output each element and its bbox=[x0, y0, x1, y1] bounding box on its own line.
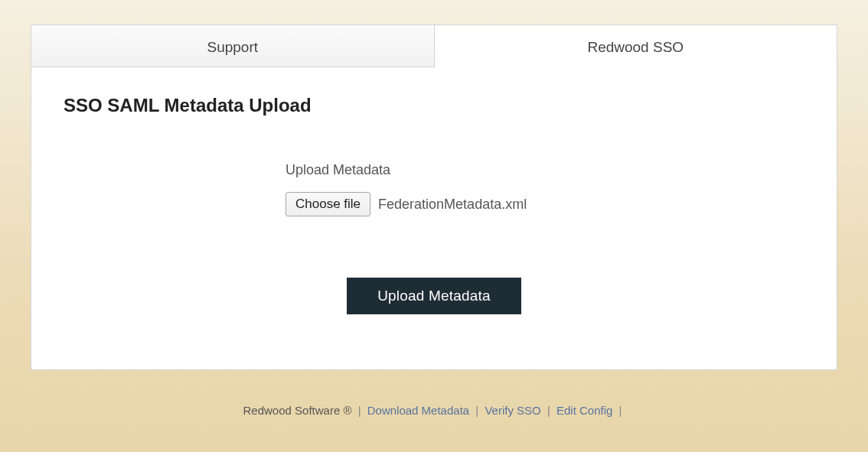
file-input-row: Choose file FederationMetadata.xml bbox=[286, 192, 804, 216]
tab-redwood-sso[interactable]: Redwood SSO bbox=[435, 25, 837, 67]
edit-config-link[interactable]: Edit Config bbox=[556, 404, 612, 417]
footer: Redwood Software ® | Download Metadata |… bbox=[31, 404, 837, 417]
page-title: SSO SAML Metadata Upload bbox=[64, 95, 804, 116]
verify-sso-link[interactable]: Verify SSO bbox=[485, 404, 540, 417]
footer-brand: Redwood Software ® bbox=[243, 404, 355, 417]
download-metadata-link[interactable]: Download Metadata bbox=[367, 404, 469, 417]
submit-row: Upload Metadata bbox=[64, 278, 804, 314]
upload-metadata-label: Upload Metadata bbox=[286, 162, 804, 178]
upload-metadata-button[interactable]: Upload Metadata bbox=[347, 278, 521, 314]
selected-filename: FederationMetadata.xml bbox=[378, 197, 527, 213]
footer-separator: | bbox=[358, 404, 361, 417]
tab-support[interactable]: Support bbox=[31, 25, 435, 67]
main-panel: Support Redwood SSO SSO SAML Metadata Up… bbox=[31, 24, 837, 370]
upload-section: Upload Metadata Choose file FederationMe… bbox=[286, 162, 804, 216]
footer-separator: | bbox=[619, 404, 622, 417]
page-container: Support Redwood SSO SSO SAML Metadata Up… bbox=[0, 0, 868, 417]
footer-separator: | bbox=[475, 404, 478, 417]
tab-bar: Support Redwood SSO bbox=[31, 25, 837, 67]
footer-separator: | bbox=[547, 404, 550, 417]
choose-file-button[interactable]: Choose file bbox=[286, 192, 370, 216]
content-area: SSO SAML Metadata Upload Upload Metadata… bbox=[31, 67, 837, 345]
